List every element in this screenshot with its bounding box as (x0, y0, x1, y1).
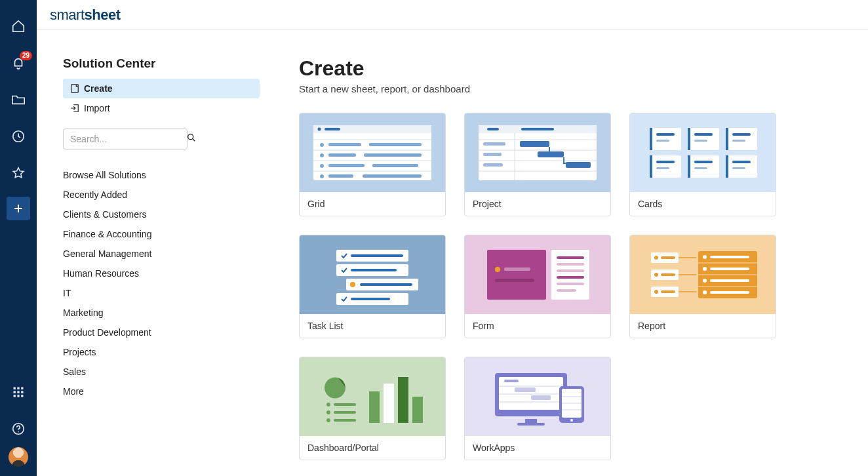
cat-it[interactable]: IT (63, 283, 260, 303)
svg-point-97 (654, 273, 658, 277)
svg-rect-101 (661, 290, 675, 293)
cat-browse-all[interactable]: Browse All Solutions (63, 165, 260, 185)
rail-create-button[interactable] (7, 197, 30, 220)
cat-clients[interactable]: Clients & Customers (63, 205, 260, 224)
grid-thumb-icon (300, 113, 445, 192)
cat-hr[interactable]: Human Resources (63, 264, 260, 283)
svg-rect-6 (21, 391, 23, 393)
svg-rect-74 (351, 254, 403, 257)
panel-nav: Create Import (63, 79, 260, 118)
svg-point-31 (320, 174, 324, 178)
svg-rect-26 (328, 153, 356, 157)
svg-rect-46 (520, 141, 549, 147)
svg-rect-65 (688, 155, 719, 178)
svg-rect-69 (726, 155, 757, 178)
import-icon (69, 104, 80, 113)
svg-rect-23 (328, 143, 361, 146)
nav-create-label: Create (84, 83, 113, 94)
card-grid[interactable]: Grid (299, 113, 446, 216)
cat-marketing[interactable]: Marketing (63, 303, 260, 323)
svg-rect-98 (661, 273, 675, 276)
card-report[interactable]: Report (629, 235, 776, 338)
svg-rect-133 (531, 395, 551, 400)
svg-rect-84 (504, 268, 530, 271)
cat-projects[interactable]: Projects (63, 342, 260, 362)
svg-rect-12 (71, 85, 79, 92)
svg-rect-7 (14, 395, 16, 397)
nav-create[interactable]: Create (63, 79, 260, 98)
card-cards[interactable]: Cards (629, 113, 776, 216)
svg-point-13 (188, 134, 193, 140)
svg-rect-44 (483, 153, 502, 156)
cat-finance[interactable]: Finance & Accounting (63, 224, 260, 244)
body: Solution Center Create Import (37, 30, 868, 476)
svg-rect-79 (360, 283, 412, 286)
card-grid-label: Grid (300, 192, 445, 216)
cat-recently-added[interactable]: Recently Added (63, 185, 260, 205)
svg-point-100 (654, 290, 658, 294)
svg-rect-9 (21, 395, 23, 397)
form-thumb-icon (465, 235, 610, 314)
card-form-label: Form (465, 314, 610, 338)
svg-rect-1 (14, 387, 16, 389)
rail-help[interactable] (5, 416, 31, 442)
rail-recents[interactable] (5, 123, 31, 149)
svg-point-114 (326, 403, 330, 407)
svg-rect-126 (525, 419, 537, 423)
rail-notifications[interactable]: 29 (5, 50, 31, 76)
svg-point-78 (350, 282, 355, 287)
svg-rect-49 (650, 128, 681, 150)
svg-rect-3 (21, 387, 23, 389)
search-box[interactable] (63, 129, 187, 149)
cat-sales[interactable]: Sales (63, 362, 260, 382)
cat-general-mgmt[interactable]: General Management (63, 244, 260, 264)
svg-rect-53 (688, 128, 719, 150)
card-report-label: Report (630, 314, 776, 338)
card-workapps[interactable]: WorkApps (464, 357, 611, 460)
svg-rect-90 (557, 276, 584, 279)
svg-rect-68 (694, 167, 707, 169)
svg-rect-2 (17, 387, 19, 389)
page-heading: Create (299, 56, 842, 81)
rail-folder[interactable] (5, 87, 31, 113)
card-project[interactable]: Project (464, 113, 611, 216)
star-icon (11, 166, 26, 180)
card-form[interactable]: Form (464, 235, 611, 338)
svg-rect-82 (487, 250, 546, 300)
svg-rect-123 (412, 397, 423, 423)
svg-rect-70 (726, 155, 728, 178)
svg-point-16 (318, 128, 321, 131)
rail-home[interactable] (5, 13, 31, 39)
svg-rect-5 (17, 391, 19, 393)
nav-import[interactable]: Import (63, 98, 260, 118)
user-avatar[interactable] (9, 447, 28, 467)
svg-point-28 (320, 164, 324, 168)
svg-rect-43 (483, 142, 505, 146)
solution-panel: Solution Center Create Import (37, 30, 286, 476)
rail-favorites[interactable] (5, 160, 31, 186)
card-dashboard[interactable]: Dashboard/Portal (299, 357, 446, 460)
cat-product-dev[interactable]: Product Development (63, 323, 260, 342)
svg-rect-54 (688, 128, 690, 150)
svg-rect-122 (398, 377, 408, 423)
svg-rect-24 (369, 143, 422, 146)
nav-import-label: Import (84, 103, 110, 113)
workapps-thumb-icon (465, 357, 610, 436)
svg-rect-56 (694, 140, 707, 142)
svg-rect-45 (483, 163, 503, 167)
cat-more[interactable]: More (63, 382, 260, 401)
svg-point-25 (320, 153, 324, 157)
search-input[interactable] (69, 133, 186, 145)
svg-rect-88 (557, 263, 584, 266)
rail-apps[interactable] (5, 379, 31, 405)
svg-rect-51 (656, 133, 675, 136)
page-subtitle: Start a new sheet, report, or dashboard (299, 83, 842, 94)
dashboard-thumb-icon (300, 357, 445, 436)
card-tasklist[interactable]: Task List (299, 235, 446, 338)
svg-rect-119 (334, 419, 356, 422)
svg-rect-4 (14, 391, 16, 393)
svg-point-108 (703, 267, 707, 271)
help-icon (11, 422, 26, 436)
svg-point-22 (320, 143, 324, 147)
card-project-label: Project (465, 192, 610, 216)
